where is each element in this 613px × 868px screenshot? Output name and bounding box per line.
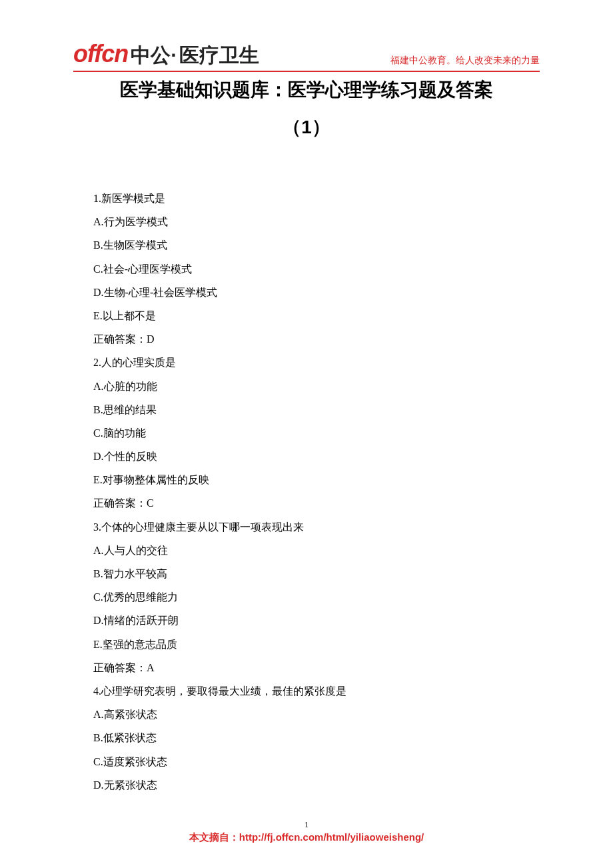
logo-en-text: offcn <box>73 40 128 68</box>
question-option: C.优秀的思维能力 <box>93 585 540 609</box>
question-option: E.坚强的意志品质 <box>93 633 540 656</box>
question-option: A.心脏的功能 <box>93 375 540 398</box>
question-option: B.生物医学模式 <box>93 233 540 257</box>
question-option: D.情绪的活跃开朗 <box>93 609 540 632</box>
header-right-text: 福建中公教育。给人改变未来的力量 <box>390 55 540 69</box>
page-container: offcn 中公· 医疗卫生 福建中公教育。给人改变未来的力量 医学基础知识题库… <box>0 0 613 868</box>
page-title: 医学基础知识题库：医学心理学练习题及答案 <box>73 77 540 103</box>
question-option: D.个性的反映 <box>93 445 540 468</box>
header-bar: offcn 中公· 医疗卫生 福建中公教育。给人改变未来的力量 <box>73 40 540 72</box>
question-option: D.无紧张状态 <box>93 773 540 797</box>
logo-cn-text: 中公· <box>131 42 176 69</box>
question-option: E.对事物整体属性的反映 <box>93 468 540 491</box>
question-option: A.人与人的交往 <box>93 539 540 562</box>
logo: offcn 中公· 医疗卫生 <box>73 40 259 69</box>
page-number: 1 <box>0 820 613 830</box>
question-answer: 正确答案：A <box>93 656 540 679</box>
question-stem: 2.人的心理实质是 <box>93 351 540 374</box>
page-subtitle: （1） <box>73 115 540 140</box>
footer-source: 本文摘自：http://fj.offcn.com/html/yiliaoweis… <box>0 831 613 844</box>
question-stem: 1.新医学模式是 <box>93 187 540 210</box>
question-option: D.生物-心理-社会医学模式 <box>93 281 540 304</box>
question-stem: 3.个体的心理健康主要从以下哪一项表现出来 <box>93 515 540 539</box>
content-body: 1.新医学模式是 A.行为医学模式 B.生物医学模式 C.社会-心理医学模式 D… <box>73 187 540 797</box>
footer-url: http://fj.offcn.com/html/yiliaoweisheng/ <box>239 831 424 843</box>
footer: 1 本文摘自：http://fj.offcn.com/html/yiliaowe… <box>0 820 613 844</box>
question-option: A.行为医学模式 <box>93 210 540 233</box>
question-stem: 4.心理学研究表明，要取得最大业绩，最佳的紧张度是 <box>93 679 540 703</box>
question-answer: 正确答案：D <box>93 327 540 351</box>
footer-label: 本文摘自： <box>189 832 239 843</box>
question-option: C.脑的功能 <box>93 421 540 445</box>
question-option: E.以上都不是 <box>93 304 540 327</box>
question-option: B.低紧张状态 <box>93 726 540 749</box>
question-option: B.智力水平较高 <box>93 562 540 585</box>
question-option: C.适度紧张状态 <box>93 750 540 773</box>
logo-sub-text: 医疗卫生 <box>179 42 259 69</box>
question-option: C.社会-心理医学模式 <box>93 257 540 281</box>
question-answer: 正确答案：C <box>93 491 540 515</box>
question-option: B.思维的结果 <box>93 398 540 421</box>
question-option: A.高紧张状态 <box>93 703 540 726</box>
